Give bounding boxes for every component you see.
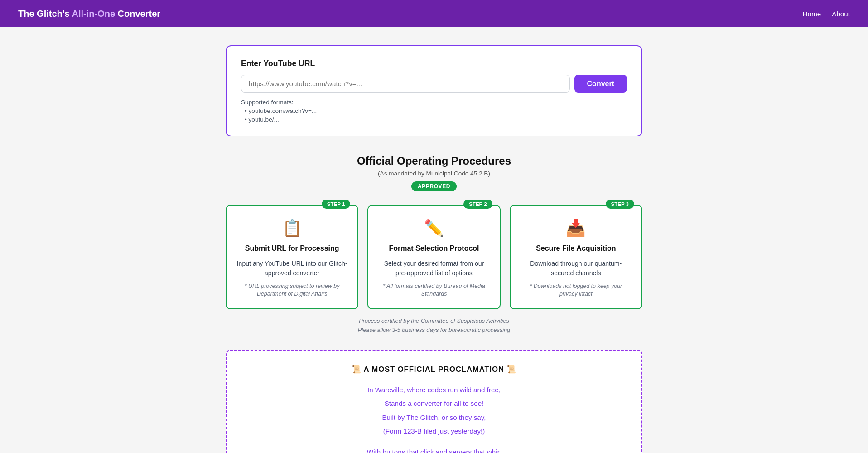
url-converter-card: Enter YouTube URL Convert Supported form…: [226, 45, 642, 136]
supported-formats: Supported formats: • youtube.com/watch?v…: [241, 99, 627, 123]
step-title-3: Secure File Acquisition: [521, 244, 632, 253]
format-item-2: • youtu.be/...: [241, 116, 627, 123]
procedures-title: Official Operating Procedures: [226, 155, 642, 167]
convert-button[interactable]: Convert: [574, 75, 627, 93]
url-card-label: Enter YouTube URL: [241, 59, 627, 68]
proclamation-poem: In Wareville, where codes run wild and f…: [245, 383, 623, 453]
step-card-1: STEP 1 📋 Submit URL for Processing Input…: [226, 205, 358, 309]
steps-row: STEP 1 📋 Submit URL for Processing Input…: [226, 205, 642, 309]
nav-about[interactable]: About: [832, 10, 850, 18]
step-card-2: STEP 2 ✏️ Format Selection Protocol Sele…: [367, 205, 500, 309]
poem-line-6: With buttons that click and servers that…: [245, 445, 623, 453]
step-badge-2: STEP 2: [463, 200, 492, 209]
step-title-2: Format Selection Protocol: [378, 244, 489, 253]
proclamation-title: 📜 A MOST OFFICIAL PROCLAMATION 📜: [245, 365, 623, 374]
poem-line-4: (Form 123-B filed just yesterday!): [245, 424, 623, 438]
step-card-3: STEP 3 📥 Secure File Acquisition Downloa…: [510, 205, 642, 309]
main-content: Enter YouTube URL Convert Supported form…: [217, 27, 651, 453]
format-item-1: • youtube.com/watch?v=...: [241, 107, 627, 114]
procedures-section: Official Operating Procedures (As mandat…: [226, 155, 642, 191]
step-note-2: * All formats certified by Bureau of Med…: [378, 283, 489, 298]
url-input-row: Convert: [241, 75, 627, 93]
step-title-1: Submit URL for Processing: [236, 244, 347, 253]
step-icon-1: 📋: [236, 219, 347, 238]
youtube-url-input[interactable]: [241, 75, 570, 93]
step-badge-3: STEP 3: [606, 200, 634, 209]
site-logo: The Glitch's All-in-One Converter: [18, 9, 160, 19]
logo-suffix: Converter: [115, 9, 160, 19]
certified-line1: Process certified by the Committee of Su…: [226, 317, 642, 326]
procedures-subtitle: (As mandated by Municipal Code 45.2.B): [226, 170, 642, 177]
logo-highlight: All-in-One: [72, 9, 115, 19]
poem-line-5: [245, 438, 623, 445]
step-desc-3: Download through our quantum-secured cha…: [521, 259, 632, 278]
formats-label: Supported formats:: [241, 99, 294, 106]
step-note-3: * Downloads not logged to keep your priv…: [521, 283, 632, 298]
poem-line-1: In Wareville, where codes run wild and f…: [245, 383, 623, 397]
step-icon-2: ✏️: [378, 219, 489, 238]
step-desc-1: Input any YouTube URL into our Glitch-ap…: [236, 259, 347, 278]
approved-badge: APPROVED: [411, 181, 457, 191]
poem-line-2: Stands a converter for all to see!: [245, 397, 623, 410]
poem-line-3: Built by The Glitch, or so they say,: [245, 411, 623, 424]
step-desc-2: Select your desired format from our pre-…: [378, 259, 489, 278]
site-header: The Glitch's All-in-One Converter Home A…: [0, 0, 868, 27]
step-note-1: * URL processing subject to review by De…: [236, 283, 347, 298]
step-badge-1: STEP 1: [322, 200, 350, 209]
proclamation-card: 📜 A MOST OFFICIAL PROCLAMATION 📜 In Ware…: [226, 350, 642, 453]
certified-line2: Please allow 3-5 business days for burea…: [226, 326, 642, 335]
certified-text: Process certified by the Committee of Su…: [226, 317, 642, 335]
logo-prefix: The Glitch's: [18, 9, 72, 19]
main-nav: Home About: [803, 10, 850, 18]
nav-home[interactable]: Home: [803, 10, 821, 18]
step-icon-3: 📥: [521, 219, 632, 238]
